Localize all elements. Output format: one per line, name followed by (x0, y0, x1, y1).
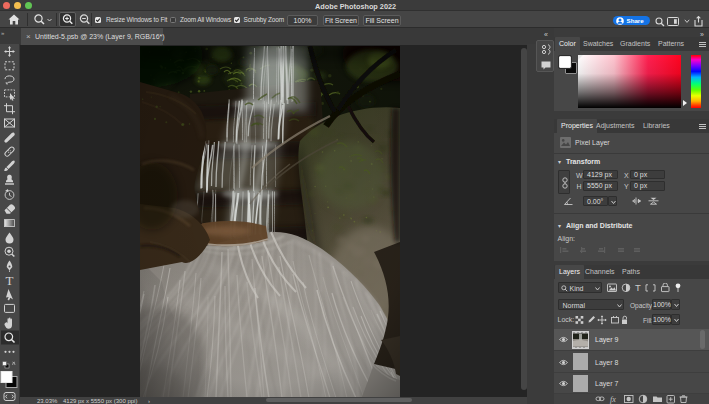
svg-text:T: T (635, 283, 641, 293)
svg-text:fx: fx (610, 395, 616, 404)
svg-text:T: T (6, 273, 14, 288)
